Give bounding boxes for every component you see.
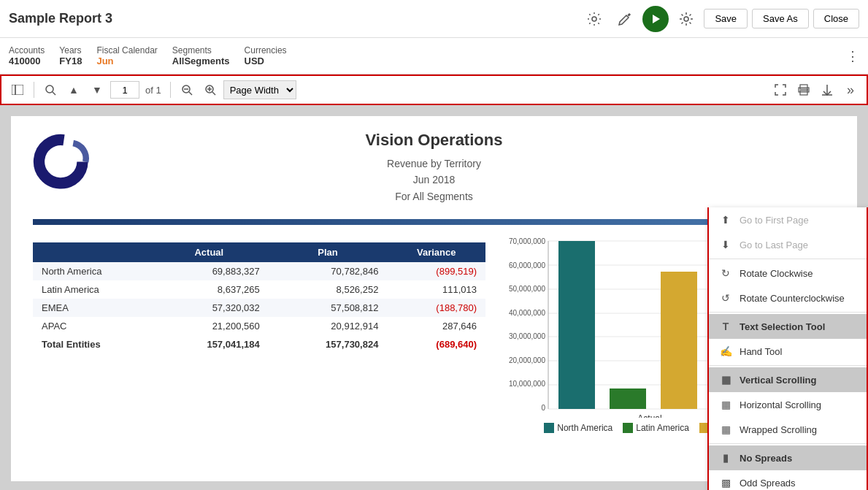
zoom-select[interactable]: Page Width Fit Page 50% 75% 100% 150% 20… xyxy=(223,80,296,99)
close-button[interactable]: Close xyxy=(813,9,859,28)
sidebar-icon xyxy=(12,85,23,95)
full-screen-button[interactable] xyxy=(770,80,791,100)
filter-fiscal[interactable]: Fiscal Calendar Jun xyxy=(96,42,172,69)
toolbar-right-actions: » xyxy=(770,80,861,100)
report-main-title: Vision Operations xyxy=(33,131,835,150)
panel-label-odd-spreads: Odd Spreads xyxy=(740,478,796,489)
save-as-button[interactable]: Save As xyxy=(752,9,809,28)
more-tools-button[interactable]: » xyxy=(840,80,861,100)
svg-line-9 xyxy=(189,92,192,95)
gear-button[interactable] xyxy=(673,6,699,32)
wheel-icon xyxy=(587,12,602,26)
print-button[interactable] xyxy=(794,80,814,100)
page-number-input[interactable] xyxy=(110,81,139,99)
report-subtitle: Revenue by Territory Jun 2018 For All Se… xyxy=(33,156,835,204)
next-page-button[interactable]: ▼ xyxy=(87,80,107,100)
app-header: Sample Report 3 Save Save As C xyxy=(0,0,868,38)
filter-currencies[interactable]: Currencies USD xyxy=(245,42,302,69)
company-logo xyxy=(33,131,95,193)
play-button[interactable] xyxy=(642,6,669,32)
table-row: EMEA 57,320,032 57,508,812 (188,780) xyxy=(33,299,485,317)
report-logo xyxy=(33,131,95,195)
row-actual: 57,320,032 xyxy=(150,299,269,317)
filter-currencies-value: USD xyxy=(245,55,287,66)
row-label: EMEA xyxy=(33,299,150,317)
panel-icon-hand-tool: ✍ xyxy=(719,345,732,358)
panel-divider xyxy=(709,312,867,313)
panel-icon-vert-scroll: ▦ xyxy=(719,373,732,386)
panel-icon-odd-spreads: ▩ xyxy=(719,476,732,489)
toolbar-divider-2 xyxy=(170,82,171,98)
page-total: of 1 xyxy=(145,85,161,96)
filter-accounts-label: Accounts xyxy=(9,45,45,55)
panel-label-rotate-ccw: Rotate Counterclockwise xyxy=(740,293,845,304)
row-actual: 21,200,560 xyxy=(150,317,269,335)
total-plan: 157,730,824 xyxy=(269,335,388,353)
svg-rect-14 xyxy=(800,85,807,89)
row-actual: 69,883,327 xyxy=(150,262,269,280)
panel-divider xyxy=(709,443,867,444)
total-actual: 157,041,184 xyxy=(150,335,269,353)
legend-box-latin-america xyxy=(623,423,633,433)
filter-years[interactable]: Years FY18 xyxy=(59,42,96,69)
panel-item-rotate-cw[interactable]: ↻ Rotate Clockwise xyxy=(709,261,867,286)
table-total-row: Total Entities 157,041,184 157,730,824 (… xyxy=(33,335,485,353)
svg-text:10,000,000: 10,000,000 xyxy=(509,380,545,388)
panel-item-hand-tool[interactable]: ✍ Hand Tool xyxy=(709,339,867,364)
panel-icon-rotate-ccw: ↺ xyxy=(719,291,732,305)
panel-item-rotate-ccw[interactable]: ↺ Rotate Counterclockwise xyxy=(709,286,867,310)
filter-segments-value: AllSegments xyxy=(172,55,230,66)
panel-item-odd-spreads[interactable]: ▩ Odd Spreads xyxy=(709,470,867,490)
svg-text:70,000,000: 70,000,000 xyxy=(509,237,545,245)
filter-years-value: FY18 xyxy=(59,55,82,66)
header-actions: Save Save As Close xyxy=(581,6,859,32)
edit-button[interactable] xyxy=(612,6,638,32)
table-header-row: Actual Plan Variance xyxy=(33,242,485,262)
panel-icon-go-first: ⬆ xyxy=(719,213,732,226)
toolbar: ▲ ▼ of 1 Page Width Fit Page 50% 75% 100… xyxy=(0,74,868,105)
filter-fiscal-value: Jun xyxy=(96,55,157,66)
panel-label-rotate-cw: Rotate Clockwise xyxy=(740,268,813,279)
filter-segments[interactable]: Segments AllSegments xyxy=(172,42,245,69)
row-variance: (899,519) xyxy=(387,262,485,280)
panel-item-vert-scroll[interactable]: ▦ Vertical Scrolling xyxy=(709,367,867,392)
prev-page-button[interactable]: ▲ xyxy=(64,80,84,100)
panel-icon-wrap-scroll: ▦ xyxy=(719,423,732,436)
download-button[interactable] xyxy=(817,80,837,100)
download-icon xyxy=(821,84,833,96)
subtitle-line1: Revenue by Territory xyxy=(387,158,481,169)
search-button[interactable] xyxy=(40,80,61,100)
panel-item-go-last: ⬇ Go to Last Page xyxy=(709,232,867,257)
report-table-body: North America 69,883,327 70,782,846 (899… xyxy=(33,262,485,353)
panel-divider xyxy=(709,259,867,259)
legend-label-north-america: North America xyxy=(557,423,612,433)
filter-accounts-value: 410000 xyxy=(9,55,45,66)
settings-wheel-button[interactable] xyxy=(581,6,607,32)
legend-box-north-america xyxy=(544,423,554,433)
col-header-variance: Variance xyxy=(387,242,485,262)
content-wrapper: Vision Operations Revenue by Territory J… xyxy=(0,105,868,490)
toggle-sidebar-button[interactable] xyxy=(7,80,28,100)
zoom-out-icon xyxy=(181,84,193,96)
filter-more-button[interactable]: ⋮ xyxy=(846,48,859,64)
svg-text:60,000,000: 60,000,000 xyxy=(509,261,545,269)
svg-point-0 xyxy=(592,17,596,21)
panel-icon-horiz-scroll: ▦ xyxy=(719,398,732,411)
panel-item-no-spreads[interactable]: ▮ No Spreads xyxy=(709,445,867,470)
filter-years-label: Years xyxy=(59,45,82,55)
row-label: North America xyxy=(33,262,150,280)
legend-north-america: North America xyxy=(544,423,612,433)
zoom-in-button[interactable] xyxy=(200,80,220,100)
panel-label-horiz-scroll: Horizontal Scrolling xyxy=(740,399,821,410)
bar-latin-america xyxy=(610,388,646,409)
svg-rect-3 xyxy=(12,85,15,95)
zoom-out-button[interactable] xyxy=(177,80,197,100)
panel-item-text-sel[interactable]: T Text Selection Tool xyxy=(709,314,867,339)
panel-item-wrap-scroll[interactable]: ▦ Wrapped Scrolling xyxy=(709,417,867,442)
filter-currencies-label: Currencies xyxy=(245,45,287,55)
save-button[interactable]: Save xyxy=(704,9,748,28)
panel-item-horiz-scroll[interactable]: ▦ Horizontal Scrolling xyxy=(709,392,867,417)
row-plan: 70,782,846 xyxy=(269,262,388,280)
filter-accounts[interactable]: Accounts 410000 xyxy=(9,42,59,69)
gear-icon xyxy=(679,12,694,26)
